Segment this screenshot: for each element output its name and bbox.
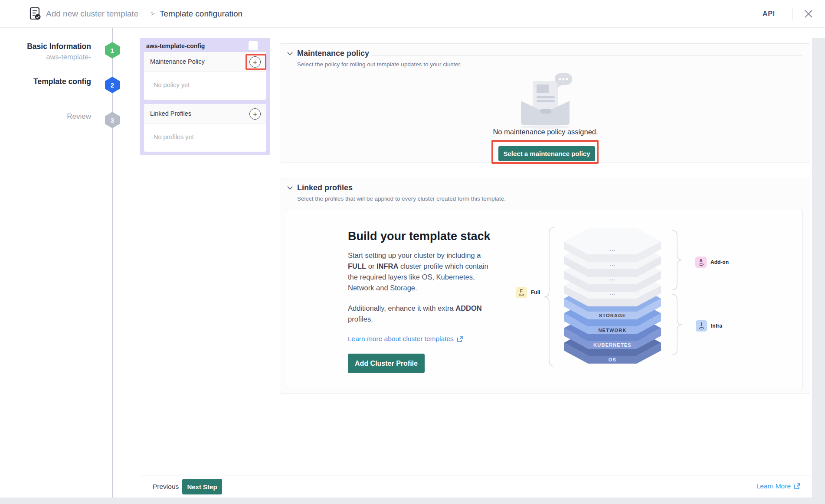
addon-profile-badge: A Add-on — [695, 257, 729, 268]
maintenance-policy-card: Maintenance Policy + No policy yet — [144, 52, 266, 100]
section-divider — [372, 55, 802, 56]
build-stack-paragraph-1: Start setting up your cluster by includi… — [348, 250, 498, 293]
maintenance-policy-card-title: Maintenance Policy — [150, 58, 205, 65]
select-maintenance-policy-button[interactable]: Select a maintenance policy — [498, 146, 595, 161]
stepper-line — [112, 28, 113, 497]
full-profile-badge: F Full — [516, 287, 540, 298]
learn-more-label: Learn More — [756, 482, 791, 490]
maintenance-policy-empty-text: No policy yet — [154, 81, 190, 88]
svg-text:STORAGE: STORAGE — [599, 313, 626, 318]
breadcrumb-separator: > — [151, 10, 154, 18]
learn-more-link[interactable]: Learn More — [756, 482, 801, 490]
full-brace — [544, 228, 554, 366]
api-button[interactable]: API — [763, 10, 775, 18]
config-panel-checkbox[interactable] — [249, 41, 258, 50]
full-profile-icon: F — [516, 287, 527, 298]
addon-profile-icon: A — [695, 257, 707, 268]
template-stack-illustration: OS KUBERNETES NETWORK STORAGE — [513, 215, 738, 389]
breadcrumb-current: Template configuration — [160, 9, 242, 19]
close-icon[interactable] — [803, 9, 814, 19]
infra-profile-label: Infra — [711, 323, 722, 329]
step-2-hexagon[interactable]: 2 — [105, 77, 120, 93]
step-basic-information-sublabel: aws-template- — [4, 53, 91, 61]
linked-profiles-card: Linked Profiles + No profiles yet — [144, 104, 266, 152]
learn-more-templates-link[interactable]: Learn more about cluster templates — [348, 335, 463, 343]
stepper-sidebar: Basic Information aws-template- 1 Templa… — [0, 28, 140, 497]
wizard-footer: Previous Next Step Learn More — [140, 475, 812, 497]
svg-text:KUBERNETES: KUBERNETES — [593, 342, 632, 348]
maintenance-policy-section: Maintenance policy Select the policy for… — [280, 43, 810, 163]
backdrop-right-strip — [812, 38, 825, 504]
linked-profiles-section-title: Linked profiles — [297, 183, 353, 192]
learn-more-templates-label: Learn more about cluster templates — [348, 335, 454, 343]
build-stack-paragraph-2: Additionally, enhance it with extra ADDO… — [348, 303, 498, 325]
svg-text:OS: OS — [609, 357, 616, 362]
infra-brace — [672, 294, 682, 355]
linked-profiles-empty-text: No profiles yet — [154, 133, 194, 140]
build-stack-card: Build your template stack Start setting … — [286, 210, 803, 389]
previous-button[interactable]: Previous — [153, 483, 179, 491]
svg-text:...: ... — [609, 246, 615, 252]
build-stack-heading: Build your template stack — [348, 230, 491, 243]
add-linked-profile-button[interactable]: + — [249, 108, 261, 120]
step-2-number: 2 — [111, 81, 114, 89]
backdrop-bottom-strip — [0, 497, 825, 504]
addon-profile-label: Add-on — [710, 259, 729, 265]
maintenance-section-title: Maintenance policy — [297, 49, 369, 58]
breadcrumb-root[interactable]: Add new cluster template — [46, 9, 138, 19]
step-3-hexagon[interactable]: 3 — [105, 112, 120, 128]
annotation-highlight-select-policy: Select a maintenance policy — [491, 140, 599, 164]
next-step-button[interactable]: Next Step — [182, 479, 222, 494]
step-3-number: 3 — [111, 117, 114, 124]
full-profile-label: Full — [531, 289, 540, 296]
chevron-down-icon[interactable] — [287, 186, 293, 190]
step-review-label[interactable]: Review — [4, 112, 91, 121]
infra-profile-icon: I — [696, 320, 707, 332]
section-divider — [345, 190, 802, 190]
config-panel-title: aws-template-config — [146, 42, 205, 49]
external-link-icon — [794, 483, 801, 490]
add-cluster-profile-button[interactable]: Add Cluster Profile — [348, 354, 425, 373]
no-policy-message: No maintenance policy assigned. — [280, 128, 811, 136]
add-maintenance-policy-button[interactable]: + — [249, 56, 261, 68]
step-1-hexagon[interactable]: 1 — [105, 42, 120, 59]
external-link-icon — [457, 336, 463, 342]
no-policy-illustration — [515, 73, 576, 130]
linked-profiles-section: Linked profiles Select the profiles that… — [280, 178, 810, 393]
cluster-template-icon — [29, 7, 42, 21]
template-config-panel: aws-template-config Maintenance Policy +… — [140, 38, 270, 155]
header-divider — [792, 8, 792, 20]
step-template-config-label[interactable]: Template config — [4, 77, 91, 86]
maintenance-section-subtitle: Select the policy for rolling out templa… — [297, 61, 462, 68]
svg-text:NETWORK: NETWORK — [598, 328, 626, 333]
linked-profiles-section-subtitle: Select the profiles that will be applied… — [297, 195, 506, 202]
linked-profiles-card-title: Linked Profiles — [150, 110, 191, 117]
chevron-down-icon[interactable] — [287, 52, 293, 55]
wizard-header: Add new cluster template > Template conf… — [0, 0, 825, 28]
step-1-number: 1 — [111, 47, 114, 54]
addon-brace — [672, 231, 682, 290]
step-basic-information-label[interactable]: Basic Information — [4, 42, 91, 51]
infra-profile-badge: I Infra — [696, 320, 722, 332]
